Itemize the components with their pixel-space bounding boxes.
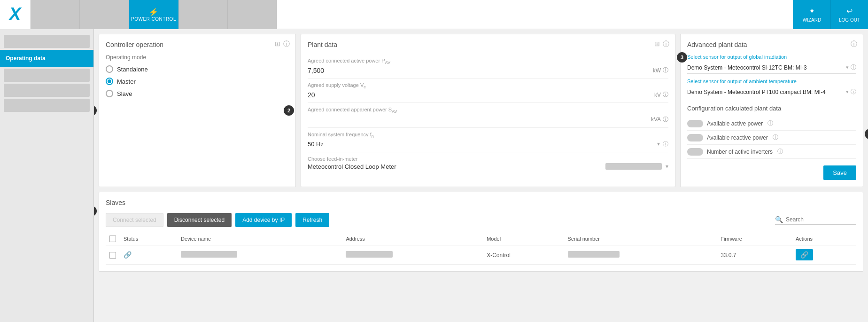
nav-tab-5[interactable] [228, 0, 277, 29]
slaves-section: 5 Slaves Connect selected Disconnect sel… [99, 192, 863, 272]
logo: X [0, 0, 31, 29]
power-control-label: POWER CONTROL [131, 16, 176, 22]
radio-master-label: Master [117, 78, 136, 85]
col-device-name: Device name [177, 233, 342, 245]
content-area: 1 Controller operation ⊞ ⓘ Operating mod… [94, 29, 868, 322]
col-address: Address [342, 233, 483, 245]
sensor1-info-icon[interactable]: ⓘ [851, 63, 856, 71]
plant-data-panel: Plant data ⊞ ⓘ Agreed connected active p… [301, 34, 675, 187]
toggle-active-power[interactable] [687, 120, 703, 127]
supply-voltage-unit: kV ⓘ [654, 91, 668, 99]
frequency-value: 50 Hz [308, 141, 324, 148]
wizard-icon: ✦ [809, 7, 815, 16]
info-icon-plant[interactable]: ⓘ [663, 40, 669, 48]
radio-standalone[interactable]: Standalone [106, 65, 289, 73]
disconnect-selected-button[interactable]: Disconnect selected [167, 213, 232, 227]
logout-icon: ↩ [846, 7, 852, 16]
step-2-badge: 2 [284, 105, 294, 116]
feed-in-meter-placeholder [605, 163, 662, 170]
row-checkbox-input[interactable] [109, 252, 116, 259]
step-4-badge: 4 [865, 129, 868, 139]
radio-master[interactable]: Master [106, 78, 289, 85]
info-icon-freq[interactable]: ⓘ [663, 140, 668, 148]
link-status-icon: 🔗 [124, 251, 132, 259]
info-icon-voltage[interactable]: ⓘ [663, 91, 668, 99]
row-firmware: 33.0.7 [717, 245, 792, 265]
row-checkbox [106, 245, 120, 265]
slaves-toolbar: Connect selected Disconnect selected Add… [106, 213, 856, 227]
sensor2-select[interactable]: Demo System - Meteocontrol PT100 compact… [687, 86, 856, 98]
controller-panel-title: Controller operation [106, 41, 289, 48]
config-section-title: Configuration calculated plant data [687, 105, 856, 112]
nav-tab-2[interactable] [80, 0, 129, 29]
radio-group: Standalone Master Slave [106, 65, 289, 97]
step-3-badge: 3 [677, 52, 687, 63]
sensor1-dropdown-arrow[interactable]: ▾ [846, 64, 849, 71]
grid-icon[interactable]: ⊞ [275, 40, 280, 48]
radio-slave-circle [106, 90, 113, 97]
nav-tabs: ⚡ POWER CONTROL [31, 0, 277, 29]
toggle-inverters[interactable] [687, 148, 703, 156]
grid-icon-plant[interactable]: ⊞ [654, 40, 660, 48]
logout-button[interactable]: ↩ LOG OUT [830, 0, 868, 29]
slaves-panel: Slaves Connect selected Disconnect selec… [99, 192, 863, 272]
save-button[interactable]: Save [823, 165, 856, 180]
info-icon-active[interactable]: ⓘ [663, 66, 668, 74]
sidebar-placeholder-4 [4, 99, 90, 112]
row-action-button[interactable]: 🔗 [796, 249, 813, 260]
refresh-button[interactable]: Refresh [295, 213, 329, 227]
col-serial: Serial number [564, 233, 717, 245]
active-power-value-row: 7,500 kW ⓘ [308, 66, 668, 74]
sensor2-label: Select sensor for output of ambient temp… [687, 79, 856, 84]
operating-mode-label: Operating mode [106, 54, 289, 61]
toggle-reactive-power[interactable] [687, 134, 703, 141]
toggle-active-power-label: Available active power [707, 120, 763, 127]
slaves-title: Slaves [106, 199, 856, 206]
sidebar-item-operating-data[interactable]: Operating data [0, 50, 93, 67]
info-icon-apparent[interactable]: ⓘ [663, 116, 668, 124]
feed-in-meter-dropdown[interactable]: ▾ [666, 163, 668, 170]
supply-voltage-field: Agreed supply voltage Vc 20 kV ⓘ [308, 79, 668, 103]
panel-icons-controller: ⊞ ⓘ [275, 40, 290, 48]
panels-row: 1 Controller operation ⊞ ⓘ Operating mod… [99, 34, 863, 187]
toggle-inverters-info[interactable]: ⓘ [777, 148, 783, 156]
toggle-reactive-power-info[interactable]: ⓘ [773, 134, 778, 141]
search-input[interactable] [786, 216, 856, 223]
active-power-label: Agreed connected active power PAV [308, 58, 668, 65]
frequency-label: Nominal system frequency fn [308, 132, 668, 139]
wizard-button[interactable]: ✦ WIZARD [793, 0, 830, 29]
radio-slave-label: Slave [117, 90, 132, 97]
table-header-row: Status Device name Address Model Serial … [106, 233, 856, 245]
sidebar-placeholder-3 [4, 84, 90, 97]
sensor1-label: Select sensor for output of global irrad… [687, 54, 856, 60]
frequency-controls: ▾ ⓘ [657, 140, 668, 148]
sensor1-value: Demo System - Meteocontrol Si-12TC BM: M… [687, 64, 807, 71]
sensor2-info-icon[interactable]: ⓘ [851, 88, 856, 96]
info-icon-controller[interactable]: ⓘ [283, 40, 290, 48]
info-icon-advanced[interactable]: ⓘ [851, 40, 857, 48]
connect-selected-button[interactable]: Connect selected [106, 213, 163, 227]
frequency-select-row: 50 Hz ▾ ⓘ [308, 140, 668, 148]
supply-voltage-value-row: 20 kV ⓘ [308, 91, 668, 99]
device-name-placeholder [181, 251, 237, 258]
select-all-checkbox[interactable] [109, 236, 116, 242]
feed-in-meter-value: Meteocontrol Closed Loop Meter [308, 163, 396, 170]
sensor1-select[interactable]: Demo System - Meteocontrol Si-12TC BM: M… [687, 62, 856, 74]
nav-tab-power-control[interactable]: ⚡ POWER CONTROL [129, 0, 178, 29]
radio-slave[interactable]: Slave [106, 90, 289, 97]
sidebar: Operating data [0, 29, 94, 322]
radio-standalone-circle [106, 65, 113, 73]
feed-in-meter-label: Choose feed-in-meter [308, 156, 668, 162]
frequency-dropdown-arrow[interactable]: ▾ [657, 141, 660, 147]
add-device-by-ip-button[interactable]: Add device by IP [235, 213, 292, 227]
toggle-active-power-info[interactable]: ⓘ [767, 119, 773, 127]
col-firmware: Firmware [717, 233, 792, 245]
advanced-plant-title: Advanced plant data [687, 41, 856, 48]
nav-tab-1[interactable] [31, 0, 80, 29]
controller-panel: Controller operation ⊞ ⓘ Operating mode … [99, 34, 296, 187]
nav-tab-4[interactable] [178, 0, 228, 29]
sensor2-dropdown-arrow[interactable]: ▾ [846, 89, 849, 95]
row-device-name [177, 245, 342, 265]
sensor2-value: Demo System - Meteocontrol PT100 compact… [687, 89, 826, 95]
top-right-buttons: ✦ WIZARD ↩ LOG OUT [793, 0, 868, 29]
